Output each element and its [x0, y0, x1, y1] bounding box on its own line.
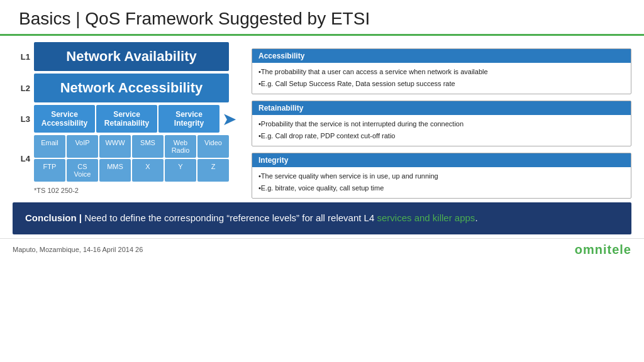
- integrity-box: Integrity •The service quality when serv…: [252, 153, 631, 199]
- l2-label: L2: [13, 84, 30, 93]
- conclusion-box: Conclusion | Need to define the correspo…: [13, 202, 631, 234]
- l1-box: Network Availability: [34, 42, 229, 71]
- integrity-body: •The service quality when service is in …: [252, 167, 631, 198]
- integrity-bullet-1: •The service quality when service is in …: [258, 171, 625, 182]
- l4-csvoice: CSVoice: [67, 159, 98, 182]
- l4-x: X: [132, 159, 164, 182]
- l4-voip: VoIP: [67, 135, 98, 158]
- footer-logo: omnitele: [575, 243, 631, 257]
- l4-webradio: WebRadio: [165, 135, 196, 158]
- l4-z: Z: [197, 159, 229, 182]
- l4-y: Y: [165, 159, 196, 182]
- l4-video: Video: [197, 135, 229, 158]
- l3-row: L3 ServiceAccessibility ServiceRetainabi…: [13, 105, 239, 133]
- qos-diagram: L1 Network Availability L2 Network Acces…: [13, 42, 239, 199]
- l4-sms: SMS: [132, 135, 164, 158]
- retainability-box: Retainability •Probability that the serv…: [252, 101, 631, 146]
- l2-box: Network Accessibility: [34, 74, 229, 102]
- conclusion-end: .: [475, 212, 477, 223]
- info-panel: Accessibility •The probability that a us…: [252, 42, 631, 199]
- l4-label: L4: [13, 154, 30, 163]
- footnote: *TS 102 250-2: [34, 187, 239, 194]
- l1-row: L1 Network Availability: [13, 42, 239, 71]
- footer-location: Maputo, Mozambique, 14-16 April 2014 26: [13, 246, 143, 253]
- page-title: Basics | QoS Framework Suggested by ETSI: [19, 9, 625, 29]
- conclusion-regular: Need to define the corresponding “refere…: [82, 212, 377, 223]
- footer: Maputo, Mozambique, 14-16 April 2014 26 …: [0, 238, 644, 261]
- conclusion-green: services and killer apps: [377, 212, 475, 223]
- accessibility-box: Accessibility •The probability that a us…: [252, 48, 631, 94]
- header: Basics | QoS Framework Suggested by ETSI: [0, 0, 644, 36]
- conclusion-bold: Conclusion |: [25, 212, 82, 223]
- l3-box-retainability: ServiceRetainability: [96, 105, 157, 133]
- integrity-header: Integrity: [252, 153, 631, 167]
- main-content: L1 Network Availability L2 Network Acces…: [0, 36, 644, 202]
- l3-box-integrity: ServiceIntegrity: [158, 105, 219, 133]
- retainability-header: Retainability: [252, 101, 631, 115]
- integrity-bullet-2: •E.g. bitrate, voice quality, call setup…: [258, 183, 625, 194]
- retainability-bullet-1: •Probability that the service is not int…: [258, 119, 625, 129]
- l4-section: Email VoIP WWW SMS WebRadio Video FTP CS…: [34, 135, 229, 182]
- arrow-icon: ➤: [222, 109, 236, 129]
- accessibility-body: •The probability that a user can access …: [252, 63, 631, 94]
- l4-bottom-row: FTP CSVoice MMS X Y Z: [34, 159, 229, 182]
- l3-boxes: ServiceAccessibility ServiceRetainabilit…: [34, 105, 219, 133]
- l1-label: L1: [13, 52, 30, 62]
- l4-ftp: FTP: [34, 159, 65, 182]
- l4-row: L4 Email VoIP WWW SMS WebRadio Video FTP…: [13, 135, 239, 182]
- logo-dark: omni: [575, 243, 608, 256]
- l4-mms: MMS: [99, 159, 131, 182]
- retainability-body: •Probability that the service is not int…: [252, 115, 631, 146]
- accessibility-bullet-2: •E.g. Call Setup Success Rate, Data sess…: [258, 79, 625, 89]
- retainability-bullet-2: •E.g. Call drop rate, PDP context cut-of…: [258, 131, 625, 141]
- l4-email: Email: [34, 135, 65, 158]
- l3-box-accessibility: ServiceAccessibility: [34, 105, 95, 133]
- logo-green: tele: [608, 243, 631, 256]
- l2-row: L2 Network Accessibility: [13, 74, 239, 102]
- accessibility-header: Accessibility: [252, 49, 631, 63]
- l4-top-row: Email VoIP WWW SMS WebRadio Video: [34, 135, 229, 158]
- accessibility-bullet-1: •The probability that a user can access …: [258, 67, 625, 77]
- l4-www: WWW: [99, 135, 131, 158]
- l3-label: L3: [13, 114, 30, 124]
